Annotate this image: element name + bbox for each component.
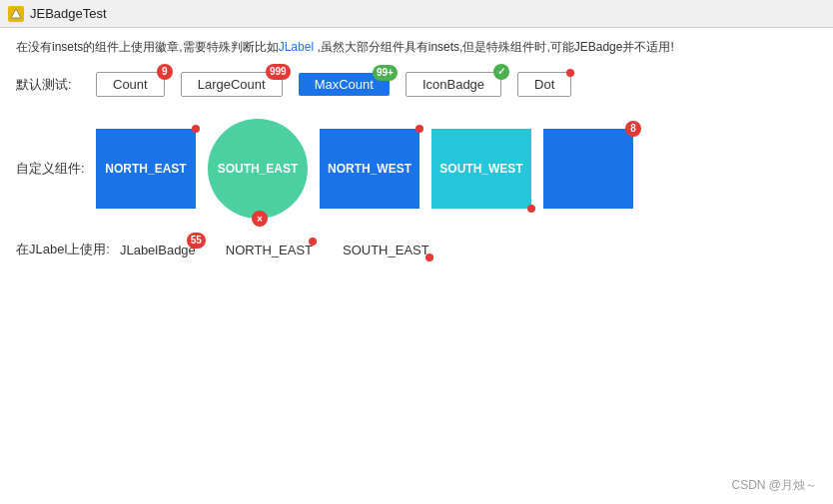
count-badge-wrap: Count 9 <box>96 72 165 97</box>
jlabel-north-east-text: NORTH_EAST <box>226 243 313 257</box>
dot-badge <box>566 69 574 77</box>
south-east-circle[interactable]: SOUTH_EAST <box>208 119 308 219</box>
north-west-box[interactable]: NORTH_WEST <box>320 129 419 209</box>
icon-badge-wrap: IconBadge ✓ <box>406 72 501 97</box>
jlabel-badge-wrap: JLabelBadge 55 <box>120 241 196 258</box>
svg-marker-0 <box>11 9 21 18</box>
large-count-badge-wrap: LargeCount 999 <box>181 72 283 97</box>
south-west-widget: SOUTH_WEST <box>431 129 531 209</box>
south-west-dot <box>527 205 535 213</box>
custom-items: NORTH_EAST SOUTH_EAST × NORTH_WEST SOUTH… <box>96 119 633 219</box>
count-badge: 9 <box>157 64 173 80</box>
custom-section: 自定义组件: NORTH_EAST SOUTH_EAST × NORTH_WES… <box>16 119 817 219</box>
numbered-badge: 8 <box>625 121 641 137</box>
count-button[interactable]: Count <box>96 72 165 97</box>
south-east-widget: SOUTH_EAST × <box>208 119 308 219</box>
footer: CSDN @月烛～ <box>731 477 817 494</box>
north-west-dot <box>416 125 423 133</box>
south-east-badge: × <box>252 211 268 227</box>
dot-button[interactable]: Dot <box>517 72 571 97</box>
icon-badge-button[interactable]: IconBadge <box>406 72 501 97</box>
north-east-widget: NORTH_EAST <box>96 129 196 209</box>
jlabel-north-east-dot <box>309 238 317 246</box>
title-bar: JEBadgeTest <box>0 0 833 28</box>
window-title: JEBadgeTest <box>30 6 107 21</box>
numbered-box[interactable] <box>543 129 633 209</box>
jlabel-south-east-text: SOUTH_EAST <box>343 243 429 257</box>
north-west-widget: NORTH_WEST <box>320 129 419 209</box>
jlabel-badge-text: JLabelBadge <box>120 243 196 257</box>
main-content: 在没有insets的组件上使用徽章,需要特殊判断比如JLabel ,虽然大部分组… <box>0 28 833 504</box>
north-east-box[interactable]: NORTH_EAST <box>96 129 196 209</box>
jlabel-north-east-wrap: NORTH_EAST <box>226 241 313 258</box>
jlabel-section: 在JLabel上使用: JLabelBadge 55 NORTH_EAST SO… <box>16 241 817 258</box>
footer-text: CSDN @月烛～ <box>731 478 817 492</box>
warning-text: 在没有insets的组件上使用徽章,需要特殊判断比如JLabel ,虽然大部分组… <box>16 38 817 56</box>
numbered-widget: 8 <box>543 129 633 209</box>
default-section: 默认测试: Count 9 LargeCount 999 MaxCount 99… <box>16 72 817 97</box>
jlabel-label: 在JLabel上使用: <box>16 241 110 258</box>
dot-badge-wrap: Dot <box>517 72 571 97</box>
jlabel-south-east-wrap: SOUTH_EAST <box>343 241 429 258</box>
icon-badge-check: ✓ <box>493 64 509 80</box>
jlabel-badge-count: 55 <box>187 233 206 249</box>
default-label: 默认测试: <box>16 76 86 94</box>
app-icon <box>8 6 24 22</box>
north-east-dot <box>192 125 200 133</box>
custom-label: 自定义组件: <box>16 160 86 178</box>
south-west-box[interactable]: SOUTH_WEST <box>431 129 531 209</box>
jlabel-items: JLabelBadge 55 NORTH_EAST SOUTH_EAST <box>120 241 429 258</box>
max-count-badge-wrap: MaxCount 99+ <box>299 73 390 96</box>
large-count-badge: 999 <box>266 64 291 80</box>
jlabel-south-east-dot <box>425 253 433 261</box>
default-items: Count 9 LargeCount 999 MaxCount 99+ Icon… <box>96 72 571 97</box>
max-count-badge: 99+ <box>373 65 398 81</box>
